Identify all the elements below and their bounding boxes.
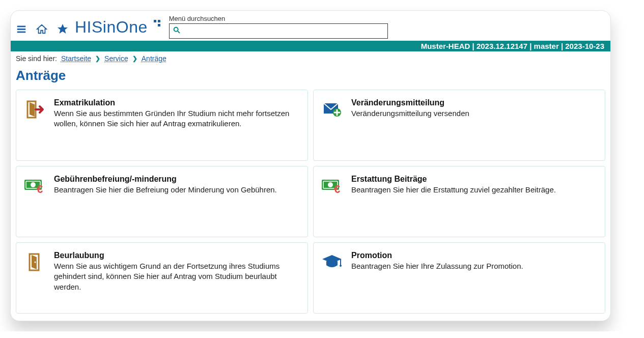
door-icon bbox=[23, 251, 46, 305]
card-desc: Beantragen Sie hier Ihre Zulassung zur P… bbox=[351, 261, 523, 271]
star-icon[interactable] bbox=[57, 23, 69, 37]
version-bar: Muster-HEAD | 2023.12.12147 | master | 2… bbox=[11, 41, 610, 51]
svg-point-22 bbox=[340, 265, 342, 267]
money-euro-icon: € bbox=[321, 175, 343, 229]
mail-plus-icon bbox=[321, 98, 343, 152]
card-text: Beurlaubung Wenn Sie aus wichtigem Grund… bbox=[54, 251, 300, 305]
chevron-right-icon: ❯ bbox=[95, 55, 100, 62]
card-text: Erstattung Beiträge Beantragen Sie hier … bbox=[351, 175, 556, 229]
graduation-cap-icon bbox=[321, 251, 343, 305]
breadcrumb-link-service[interactable]: Service bbox=[104, 54, 128, 63]
logo-dots-icon bbox=[151, 15, 163, 34]
app-window: HISinOne Menü durchsuchen Muster-HEAD | … bbox=[10, 10, 611, 321]
logo-text-2: in bbox=[103, 18, 116, 37]
logo-text-3: One bbox=[116, 18, 148, 37]
card-veraenderungsmitteilung[interactable]: Veränderungsmitteilung Veränderungsmitte… bbox=[313, 90, 605, 161]
logo-text-1: HIS bbox=[75, 18, 103, 37]
svg-rect-5 bbox=[158, 24, 160, 26]
svg-point-6 bbox=[174, 27, 178, 32]
svg-rect-2 bbox=[17, 32, 26, 33]
card-text: Promotion Beantragen Sie hier Ihre Zulas… bbox=[351, 251, 523, 305]
breadcrumb-link-home[interactable]: Startseite bbox=[61, 54, 91, 63]
card-promotion[interactable]: Promotion Beantragen Sie hier Ihre Zulas… bbox=[313, 242, 605, 314]
card-text: Veränderungsmitteilung Veränderungsmitte… bbox=[351, 98, 469, 152]
search-label: Menü durchsuchen bbox=[169, 15, 388, 22]
card-title: Gebührenbefreiung/-minderung bbox=[54, 175, 277, 184]
breadcrumb-prefix: Sie sind hier: bbox=[16, 54, 57, 63]
card-text: Gebührenbefreiung/-minderung Beantragen … bbox=[54, 175, 277, 229]
svg-text:€: € bbox=[334, 183, 340, 195]
card-desc: Beantragen Sie hier die Befreiung oder M… bbox=[54, 185, 277, 195]
logo: HISinOne bbox=[75, 14, 163, 37]
card-title: Exmatrikulation bbox=[54, 98, 300, 107]
card-desc: Veränderungsmitteilung versenden bbox=[351, 108, 469, 119]
svg-point-13 bbox=[31, 182, 36, 187]
card-title: Promotion bbox=[351, 251, 523, 260]
breadcrumb-link-antraege[interactable]: Anträge bbox=[142, 54, 166, 63]
menu-icon[interactable] bbox=[16, 23, 27, 37]
card-title: Erstattung Beiträge bbox=[351, 175, 556, 184]
card-grid: Exmatrikulation Wenn Sie aus bestimmten … bbox=[11, 90, 610, 321]
topbar-icon-group bbox=[16, 14, 69, 37]
topbar: HISinOne Menü durchsuchen bbox=[11, 11, 610, 41]
home-icon[interactable] bbox=[36, 23, 47, 37]
card-desc: Wenn Sie aus wichtigem Grund an der Fort… bbox=[54, 261, 300, 292]
money-euro-icon: € bbox=[23, 175, 46, 229]
svg-rect-0 bbox=[17, 26, 26, 27]
svg-rect-4 bbox=[158, 20, 160, 22]
card-exmatrikulation[interactable]: Exmatrikulation Wenn Sie aus bestimmten … bbox=[16, 90, 308, 161]
svg-text:€: € bbox=[37, 183, 43, 195]
svg-line-7 bbox=[178, 31, 180, 33]
card-title: Beurlaubung bbox=[54, 251, 300, 260]
svg-rect-3 bbox=[154, 20, 156, 22]
card-gebuehrenbefreiung[interactable]: € Gebührenbefreiung/-minderung Beantrage… bbox=[16, 166, 308, 237]
search-icon bbox=[173, 26, 181, 36]
card-beurlaubung[interactable]: Beurlaubung Wenn Sie aus wichtigem Grund… bbox=[16, 242, 308, 314]
card-text: Exmatrikulation Wenn Sie aus bestimmten … bbox=[54, 98, 300, 152]
breadcrumb: Sie sind hier: Startseite ❯ Service ❯ An… bbox=[11, 51, 610, 66]
card-title: Veränderungsmitteilung bbox=[351, 98, 469, 107]
search-input[interactable] bbox=[181, 27, 384, 35]
svg-rect-1 bbox=[17, 29, 26, 30]
chevron-right-icon: ❯ bbox=[132, 55, 137, 62]
card-desc: Wenn Sie aus bestimmten Gründen Ihr Stud… bbox=[54, 108, 300, 129]
svg-point-20 bbox=[35, 262, 36, 263]
door-exit-icon bbox=[23, 98, 46, 152]
page-title: Anträge bbox=[11, 66, 610, 90]
search-wrap: Menü durchsuchen bbox=[169, 14, 388, 39]
card-desc: Beantragen Sie hier die Erstattung zuvie… bbox=[351, 185, 556, 195]
svg-point-17 bbox=[328, 182, 333, 187]
card-erstattung[interactable]: € Erstattung Beiträge Beantragen Sie hie… bbox=[313, 166, 605, 237]
search-box[interactable] bbox=[169, 23, 388, 39]
